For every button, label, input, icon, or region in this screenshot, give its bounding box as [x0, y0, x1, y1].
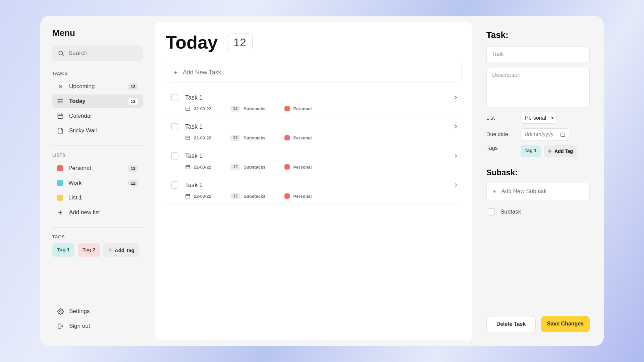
due-date-placeholder: dd/mm/yyyy — [525, 131, 553, 137]
chevron-right-icon — [453, 182, 459, 188]
nav-today[interactable]: Today 12 — [52, 95, 143, 108]
task-description-input[interactable] — [486, 67, 590, 107]
svg-rect-25 — [561, 133, 565, 136]
task-date: 22-03-22 — [194, 194, 211, 199]
svg-rect-17 — [186, 107, 190, 111]
plus-icon: + — [173, 69, 177, 76]
list-1[interactable]: List 1 — [52, 191, 143, 204]
list-work[interactable]: Work 12 — [52, 176, 143, 190]
add-new-task-button[interactable]: + Add New Task — [166, 63, 462, 82]
task-checkbox[interactable] — [171, 181, 178, 189]
calendar-icon — [185, 193, 191, 199]
nav-upcoming-count: 12 — [128, 83, 138, 90]
separator — [221, 164, 221, 170]
subtask-label: Substacks — [244, 106, 265, 111]
list-1-color — [57, 195, 63, 201]
list-icon — [57, 98, 64, 105]
add-subtask-button[interactable]: + Add New Subtask — [486, 183, 590, 200]
page-title: Today — [166, 32, 218, 53]
gear-icon — [57, 308, 64, 315]
separator — [275, 134, 275, 141]
tag-chip-1[interactable]: Tag 1 — [52, 243, 74, 257]
add-new-list[interactable]: Add new list — [52, 206, 143, 219]
nav-today-label: Today — [69, 98, 123, 105]
tag-chip-2[interactable]: Tag 2 — [78, 243, 100, 257]
divider — [52, 145, 143, 146]
app-shell: Menu TASKS Upcoming 12 Today 12 — [40, 16, 604, 346]
task-row[interactable]: Task 1 22-03-22 12 Substacks Personal — [166, 117, 462, 146]
tags-label: Tags — [486, 145, 515, 151]
task-title: Task 1 — [185, 182, 446, 189]
search-icon — [58, 50, 64, 57]
nav-calendar[interactable]: Calendar — [52, 109, 143, 123]
nav-sticky-wall[interactable]: Sticky Wall — [52, 124, 143, 137]
subtask-title: Subask: — [486, 168, 590, 177]
list-1-label: List 1 — [68, 194, 138, 201]
svg-point-0 — [59, 51, 63, 55]
detail-actions: Delete Task Save Changes — [486, 316, 590, 332]
task-row[interactable]: Task 1 22-03-22 12 Substacks Personal — [166, 146, 462, 175]
svg-point-5 — [58, 99, 59, 100]
add-tag-button[interactable]: + Add Tag — [544, 145, 577, 157]
separator — [275, 105, 275, 112]
menu-title: Menu — [52, 28, 143, 38]
svg-rect-8 — [58, 114, 63, 118]
list-personal-label: Personal — [68, 165, 123, 172]
calendar-icon — [185, 164, 191, 170]
task-checkbox[interactable] — [171, 123, 178, 130]
list-personal-color — [57, 165, 63, 171]
subtask-count: 12 — [230, 193, 240, 199]
signout-icon — [57, 323, 64, 329]
list-select[interactable]: Personal — [521, 112, 557, 124]
add-tag-chip[interactable]: + Add Tag — [103, 243, 139, 257]
task-row[interactable]: Task 1 22-03-22 12 Substacks Personal — [166, 175, 462, 204]
due-date-field: Due date dd/mm/yyyy — [486, 128, 590, 140]
signout-link[interactable]: Sign out — [52, 319, 143, 333]
search-box[interactable] — [52, 46, 143, 61]
add-list-label: Add new list — [69, 209, 138, 216]
main-panel: Today 12 + Add New Task Task 1 22-03-22 — [155, 22, 472, 340]
subtask-row[interactable]: Subtask — [486, 205, 590, 219]
svg-rect-21 — [186, 165, 190, 169]
task-title: Task 1 — [185, 153, 446, 160]
delete-task-button[interactable]: Delete Task — [486, 316, 536, 332]
task-meta: 22-03-22 12 Substacks Personal — [171, 164, 459, 170]
task-name-input[interactable] — [486, 46, 590, 62]
tags-row: Tag 1 Tag 2 + Add Tag — [52, 243, 143, 257]
tags-section-label: TAGS — [52, 234, 143, 239]
svg-line-1 — [62, 54, 64, 56]
subtask-checkbox[interactable] — [488, 208, 495, 216]
task-checkbox[interactable] — [171, 152, 178, 160]
signout-label: Sign out — [69, 323, 90, 329]
chevron-right-icon — [453, 153, 459, 159]
add-subtask-label: Add New Subtask — [501, 188, 547, 195]
selected-tag-1[interactable]: Tag 1 — [521, 145, 541, 157]
list-label: List — [486, 115, 515, 121]
tags-field: Tags Tag 1 + Add Tag — [486, 145, 590, 157]
task-checkbox[interactable] — [171, 94, 178, 101]
task-meta: 22-03-22 12 Substacks Personal — [171, 134, 459, 141]
calendar-icon — [185, 135, 191, 140]
settings-link[interactable]: Settings — [52, 305, 143, 318]
plus-icon — [57, 209, 64, 216]
task-date: 22-03-22 — [194, 106, 211, 111]
search-input[interactable] — [68, 50, 146, 57]
subtask-label: Substacks — [244, 165, 265, 170]
nav-upcoming[interactable]: Upcoming 12 — [52, 80, 143, 93]
calendar-icon — [185, 106, 191, 111]
subtask-label: Substacks — [244, 194, 265, 199]
task-list-label: Personal — [293, 165, 312, 170]
subtask-count: 12 — [230, 106, 240, 112]
list-field: List Personal — [486, 112, 590, 124]
due-date-input[interactable]: dd/mm/yyyy — [521, 128, 570, 140]
save-changes-button[interactable]: Save Changes — [541, 316, 590, 332]
list-personal[interactable]: Personal 12 — [52, 162, 143, 175]
svg-rect-15 — [58, 324, 61, 328]
task-list: Task 1 22-03-22 12 Substacks Personal — [166, 88, 462, 204]
subtask-label: Substacks — [244, 135, 265, 140]
nav-today-count: 12 — [128, 98, 138, 105]
chevron-right-icon — [453, 124, 459, 130]
page-count-badge: 12 — [227, 34, 253, 51]
list-color-swatch — [284, 135, 290, 140]
task-row[interactable]: Task 1 22-03-22 12 Substacks Personal — [166, 88, 462, 117]
